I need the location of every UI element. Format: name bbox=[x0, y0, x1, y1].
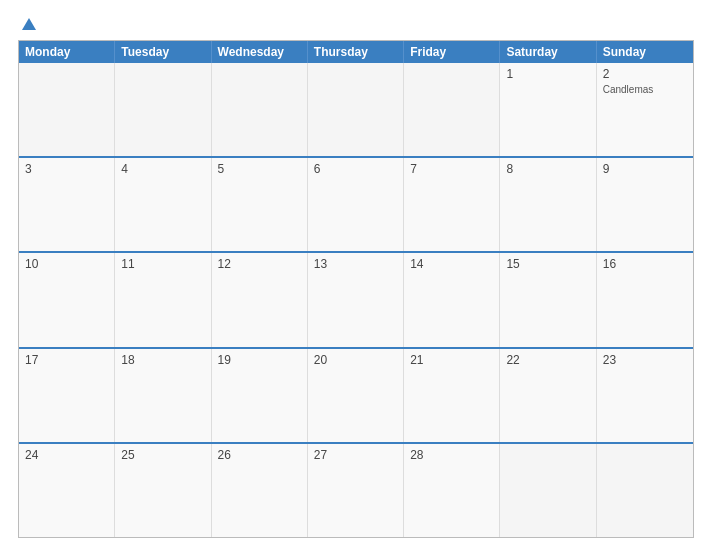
day-number: 26 bbox=[218, 448, 301, 462]
calendar-cell: 6 bbox=[308, 158, 404, 251]
calendar-row: 17181920212223 bbox=[19, 347, 693, 442]
calendar-cell bbox=[19, 63, 115, 156]
calendar-cell bbox=[212, 63, 308, 156]
calendar-cell: 1 bbox=[500, 63, 596, 156]
calendar-cell: 27 bbox=[308, 444, 404, 537]
day-number: 16 bbox=[603, 257, 687, 271]
day-number: 24 bbox=[25, 448, 108, 462]
calendar-cell: 26 bbox=[212, 444, 308, 537]
day-number: 28 bbox=[410, 448, 493, 462]
calendar-cell bbox=[115, 63, 211, 156]
day-number: 10 bbox=[25, 257, 108, 271]
calendar-cell: 24 bbox=[19, 444, 115, 537]
day-number: 20 bbox=[314, 353, 397, 367]
calendar-cell: 11 bbox=[115, 253, 211, 346]
calendar-cell bbox=[500, 444, 596, 537]
calendar-cell: 4 bbox=[115, 158, 211, 251]
page-header bbox=[18, 18, 694, 32]
day-number: 18 bbox=[121, 353, 204, 367]
day-number: 19 bbox=[218, 353, 301, 367]
calendar-cell: 9 bbox=[597, 158, 693, 251]
day-number: 2 bbox=[603, 67, 687, 81]
calendar-cell: 14 bbox=[404, 253, 500, 346]
day-number: 4 bbox=[121, 162, 204, 176]
day-number: 5 bbox=[218, 162, 301, 176]
calendar-page: MondayTuesdayWednesdayThursdayFridaySatu… bbox=[0, 0, 712, 550]
day-number: 7 bbox=[410, 162, 493, 176]
calendar-cell: 17 bbox=[19, 349, 115, 442]
calendar-cell: 13 bbox=[308, 253, 404, 346]
day-number: 23 bbox=[603, 353, 687, 367]
calendar-row: 10111213141516 bbox=[19, 251, 693, 346]
calendar-row: 3456789 bbox=[19, 156, 693, 251]
day-number: 3 bbox=[25, 162, 108, 176]
day-number: 13 bbox=[314, 257, 397, 271]
calendar-cell: 18 bbox=[115, 349, 211, 442]
calendar-cell: 3 bbox=[19, 158, 115, 251]
calendar-cell: 20 bbox=[308, 349, 404, 442]
calendar-header-cell: Tuesday bbox=[115, 41, 211, 63]
calendar-cell: 10 bbox=[19, 253, 115, 346]
calendar-header-cell: Monday bbox=[19, 41, 115, 63]
calendar-cell: 5 bbox=[212, 158, 308, 251]
calendar-header-row: MondayTuesdayWednesdayThursdayFridaySatu… bbox=[19, 41, 693, 63]
calendar-cell bbox=[597, 444, 693, 537]
calendar-cell: 23 bbox=[597, 349, 693, 442]
day-event: Candlemas bbox=[603, 84, 687, 95]
day-number: 14 bbox=[410, 257, 493, 271]
calendar-cell: 7 bbox=[404, 158, 500, 251]
calendar-header-cell: Sunday bbox=[597, 41, 693, 63]
calendar-grid: MondayTuesdayWednesdayThursdayFridaySatu… bbox=[18, 40, 694, 538]
calendar-cell: 12 bbox=[212, 253, 308, 346]
calendar-cell: 2Candlemas bbox=[597, 63, 693, 156]
day-number: 27 bbox=[314, 448, 397, 462]
day-number: 17 bbox=[25, 353, 108, 367]
logo-triangle-icon bbox=[22, 18, 36, 30]
calendar-cell bbox=[404, 63, 500, 156]
day-number: 21 bbox=[410, 353, 493, 367]
calendar-cell: 25 bbox=[115, 444, 211, 537]
calendar-cell: 19 bbox=[212, 349, 308, 442]
calendar-body: 12Candlemas34567891011121314151617181920… bbox=[19, 63, 693, 537]
day-number: 11 bbox=[121, 257, 204, 271]
calendar-row: 2425262728 bbox=[19, 442, 693, 537]
calendar-cell bbox=[308, 63, 404, 156]
calendar-header-cell: Wednesday bbox=[212, 41, 308, 63]
calendar-header-cell: Friday bbox=[404, 41, 500, 63]
day-number: 15 bbox=[506, 257, 589, 271]
calendar-cell: 22 bbox=[500, 349, 596, 442]
calendar-cell: 15 bbox=[500, 253, 596, 346]
day-number: 6 bbox=[314, 162, 397, 176]
calendar-row: 12Candlemas bbox=[19, 63, 693, 156]
day-number: 8 bbox=[506, 162, 589, 176]
calendar-cell: 28 bbox=[404, 444, 500, 537]
day-number: 9 bbox=[603, 162, 687, 176]
calendar-header-cell: Saturday bbox=[500, 41, 596, 63]
calendar-header-cell: Thursday bbox=[308, 41, 404, 63]
day-number: 1 bbox=[506, 67, 589, 81]
day-number: 22 bbox=[506, 353, 589, 367]
calendar-cell: 21 bbox=[404, 349, 500, 442]
logo bbox=[18, 18, 36, 32]
calendar-cell: 16 bbox=[597, 253, 693, 346]
calendar-cell: 8 bbox=[500, 158, 596, 251]
day-number: 12 bbox=[218, 257, 301, 271]
day-number: 25 bbox=[121, 448, 204, 462]
